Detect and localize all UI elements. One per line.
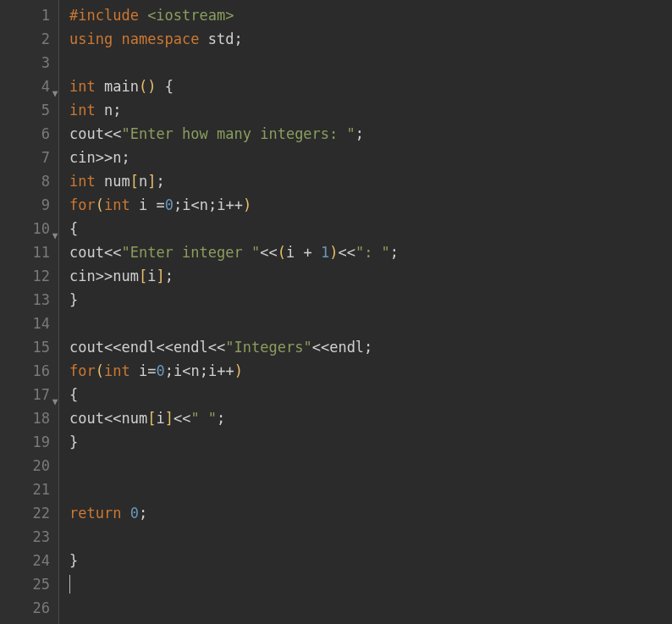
code-line[interactable] bbox=[69, 454, 672, 478]
code-token: [ bbox=[147, 410, 156, 427]
code-token: ; bbox=[200, 362, 208, 379]
code-token: { bbox=[165, 78, 174, 95]
line-number: 6 bbox=[0, 122, 50, 146]
code-token: <iostream> bbox=[147, 7, 234, 24]
code-token: cout bbox=[69, 125, 104, 142]
code-token: ; bbox=[113, 102, 121, 119]
code-line[interactable] bbox=[69, 51, 672, 75]
code-token: << bbox=[312, 339, 329, 356]
code-token: 0 bbox=[156, 362, 164, 379]
code-line[interactable]: int n; bbox=[69, 98, 672, 122]
code-token: namespace bbox=[121, 30, 207, 47]
code-token: i bbox=[139, 196, 156, 213]
code-line[interactable] bbox=[69, 478, 672, 501]
line-number: 24 bbox=[0, 549, 50, 572]
line-number: 11 bbox=[0, 240, 50, 264]
code-token: << bbox=[174, 410, 190, 427]
code-token: num bbox=[121, 410, 147, 427]
line-number: 14 bbox=[0, 312, 50, 335]
code-line[interactable]: int main() { bbox=[69, 75, 672, 98]
code-token: ; bbox=[121, 149, 129, 166]
line-number: 22 bbox=[0, 501, 50, 525]
code-token: 0 bbox=[130, 505, 139, 522]
code-line[interactable]: } bbox=[69, 549, 672, 572]
code-token: i bbox=[156, 410, 164, 427]
code-token: i bbox=[139, 362, 147, 379]
code-line[interactable]: cin>>n; bbox=[69, 146, 672, 169]
code-line[interactable]: cout<<"Enter how many integers: "; bbox=[69, 122, 672, 146]
code-line[interactable] bbox=[69, 596, 672, 620]
code-line[interactable]: for(int i=0;i<n;i++) bbox=[69, 359, 672, 383]
line-number: 10 bbox=[0, 217, 50, 240]
code-token: ; bbox=[165, 362, 174, 379]
code-token: << bbox=[104, 410, 121, 427]
code-token: num bbox=[113, 268, 139, 284]
line-number: 16 bbox=[0, 359, 50, 383]
line-number: 2 bbox=[0, 27, 50, 51]
fold-toggle-icon[interactable]: ▼ bbox=[51, 390, 59, 414]
code-token: ] bbox=[156, 268, 164, 284]
code-token: () bbox=[139, 78, 156, 95]
fold-toggle-icon[interactable]: ▼ bbox=[51, 224, 59, 248]
code-line[interactable]: { bbox=[69, 383, 672, 406]
code-token: ; bbox=[139, 505, 147, 522]
code-line[interactable]: } bbox=[69, 430, 672, 454]
code-token: ( bbox=[96, 196, 104, 213]
code-token: ) bbox=[234, 362, 243, 379]
code-token: main bbox=[104, 78, 139, 95]
code-token: ; bbox=[217, 410, 225, 427]
line-number: 7 bbox=[0, 146, 50, 169]
code-line[interactable]: using namespace std; bbox=[69, 27, 672, 51]
code-token: ) bbox=[243, 196, 251, 213]
code-token: int bbox=[104, 362, 139, 379]
code-token: >> bbox=[96, 268, 113, 284]
code-line[interactable]: for(int i =0;i<n;i++) bbox=[69, 193, 672, 217]
code-line[interactable]: { bbox=[69, 217, 672, 240]
code-token: << bbox=[338, 244, 355, 261]
line-number: 3 bbox=[0, 51, 50, 75]
code-editor-area[interactable]: #include <iostream>using namespace std;i… bbox=[59, 0, 672, 624]
code-line[interactable]: cout<<endl<<endl<<"Integers"<<endl; bbox=[69, 335, 672, 359]
code-token: ; bbox=[165, 268, 174, 284]
fold-toggle-icon[interactable]: ▼ bbox=[51, 82, 59, 106]
code-token: num bbox=[104, 173, 130, 190]
code-token: ( bbox=[96, 362, 104, 379]
code-token: ": " bbox=[355, 244, 390, 261]
code-token: cout bbox=[69, 410, 104, 427]
code-token: ; bbox=[390, 244, 399, 261]
code-token: = bbox=[156, 196, 164, 213]
code-token: << bbox=[156, 339, 173, 356]
code-token: cin bbox=[69, 268, 96, 284]
line-number-gutter: 1234567891011121314151617181920212223242… bbox=[0, 0, 59, 624]
code-token: n bbox=[200, 196, 208, 213]
code-token: endl bbox=[121, 339, 156, 356]
code-token: n bbox=[104, 102, 113, 119]
code-token: } bbox=[69, 552, 78, 569]
code-line[interactable] bbox=[69, 572, 672, 596]
code-line[interactable]: cin>>num[i]; bbox=[69, 264, 672, 288]
code-token: "Integers" bbox=[225, 339, 311, 356]
line-number: 4 bbox=[0, 75, 50, 98]
code-token: int bbox=[69, 78, 104, 95]
code-token: n bbox=[190, 362, 199, 379]
code-token: for bbox=[69, 196, 96, 213]
code-line[interactable]: cout<<num[i]<<" "; bbox=[69, 406, 672, 430]
code-line[interactable]: cout<<"Enter integer "<<(i + 1)<<": "; bbox=[69, 240, 672, 264]
code-token: ] bbox=[165, 410, 174, 427]
code-line[interactable]: int num[n]; bbox=[69, 169, 672, 193]
code-token: "Enter integer " bbox=[121, 244, 260, 261]
code-line[interactable]: return 0; bbox=[69, 501, 672, 525]
code-line[interactable] bbox=[69, 525, 672, 549]
code-token: << bbox=[104, 244, 121, 261]
code-line[interactable]: } bbox=[69, 288, 672, 312]
code-line[interactable] bbox=[69, 312, 672, 335]
code-token: < bbox=[182, 362, 190, 379]
code-token: 1 bbox=[321, 244, 329, 261]
code-token: ] bbox=[147, 173, 156, 190]
line-number: 9 bbox=[0, 193, 50, 217]
code-token: return bbox=[69, 505, 130, 522]
code-token: i bbox=[174, 362, 182, 379]
line-number: 1 bbox=[0, 3, 50, 27]
code-line[interactable]: #include <iostream> bbox=[69, 3, 672, 27]
line-number: 26 bbox=[0, 596, 50, 620]
